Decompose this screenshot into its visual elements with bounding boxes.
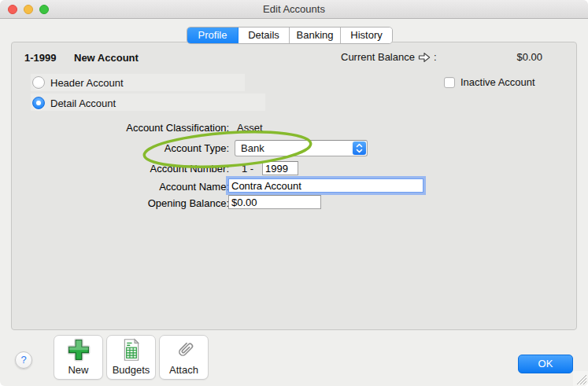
account-title-text: New Account	[74, 52, 139, 64]
spreadsheet-icon	[120, 336, 142, 364]
classification-label: Account Classification:	[72, 122, 229, 134]
detail-account-radio[interactable]	[32, 97, 45, 109]
new-button-label: New	[68, 364, 88, 376]
combo-stepper-icon[interactable]	[353, 142, 366, 155]
account-type-label: Account Type:	[72, 142, 229, 154]
plus-icon	[66, 336, 91, 364]
edit-accounts-window: Edit Accounts Profile Details Banking Hi…	[0, 0, 588, 386]
account-number-text: 1-1999	[24, 52, 56, 64]
opening-balance-label: Opening Balance:	[72, 197, 229, 209]
current-balance-value: $0.00	[516, 51, 542, 63]
account-number-prefix: 1 -	[242, 163, 253, 175]
question-icon: ?	[20, 354, 26, 366]
resize-grip[interactable]	[573, 371, 588, 386]
current-balance-label: Current Balance	[341, 51, 415, 63]
new-button[interactable]: New	[54, 335, 103, 380]
right-arrow-icon	[418, 52, 431, 63]
account-number-label: Account Number:	[72, 163, 229, 175]
classification-value: Asset	[237, 122, 263, 134]
inactive-account-checkbox[interactable]	[444, 77, 455, 88]
current-balance-colon: :	[434, 51, 437, 63]
account-number-input[interactable]	[262, 161, 298, 175]
tab-details[interactable]: Details	[239, 28, 290, 43]
inactive-account-label[interactable]: Inactive Account	[460, 76, 535, 88]
header-account-label[interactable]: Header Account	[50, 77, 124, 89]
detail-account-option[interactable]: Detail Account	[32, 97, 116, 109]
account-type-value: Bank	[235, 142, 353, 154]
ok-button[interactable]: OK	[518, 355, 573, 373]
account-type-combobox[interactable]: Bank	[235, 140, 368, 156]
tab-banking[interactable]: Banking	[290, 28, 341, 43]
budgets-button[interactable]: Budgets	[106, 335, 156, 380]
help-button[interactable]: ?	[15, 351, 32, 369]
header-account-option[interactable]: Header Account	[32, 76, 124, 89]
opening-balance-input[interactable]	[228, 195, 321, 209]
attach-button[interactable]: Attach	[159, 335, 209, 380]
tab-history[interactable]: History	[341, 28, 392, 43]
title-bar: Edit Accounts	[0, 0, 588, 19]
inactive-account-option[interactable]: Inactive Account	[444, 76, 535, 88]
paperclip-icon	[172, 336, 196, 364]
account-name-input[interactable]	[228, 178, 423, 193]
profile-panel: 1-1999 New Account Current Balance : $0.…	[11, 42, 577, 330]
account-name-label: Account Name:	[72, 181, 229, 193]
tab-bar: Profile Details Banking History	[187, 27, 393, 44]
detail-account-label[interactable]: Detail Account	[50, 97, 116, 109]
budgets-button-label: Budgets	[113, 364, 150, 376]
tab-profile[interactable]: Profile	[187, 28, 239, 43]
header-account-radio[interactable]	[32, 76, 45, 89]
window-title: Edit Accounts	[0, 0, 588, 19]
